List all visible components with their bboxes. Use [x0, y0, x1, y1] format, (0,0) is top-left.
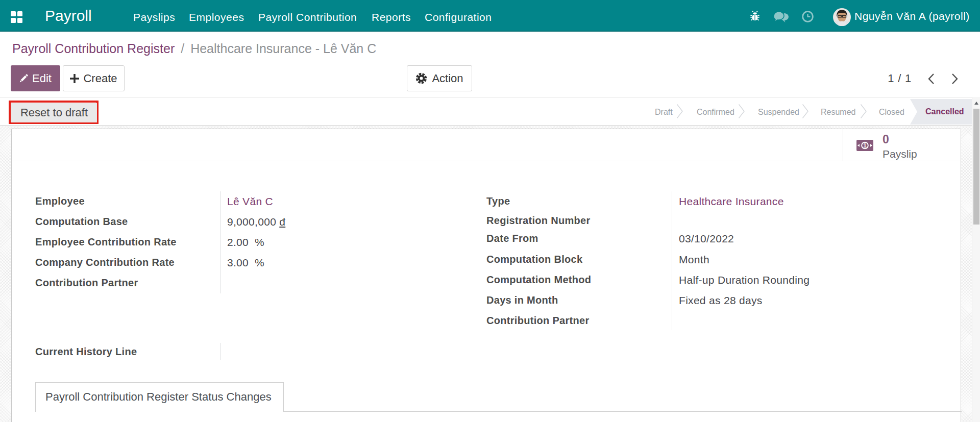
svg-text:1: 1	[863, 142, 867, 148]
